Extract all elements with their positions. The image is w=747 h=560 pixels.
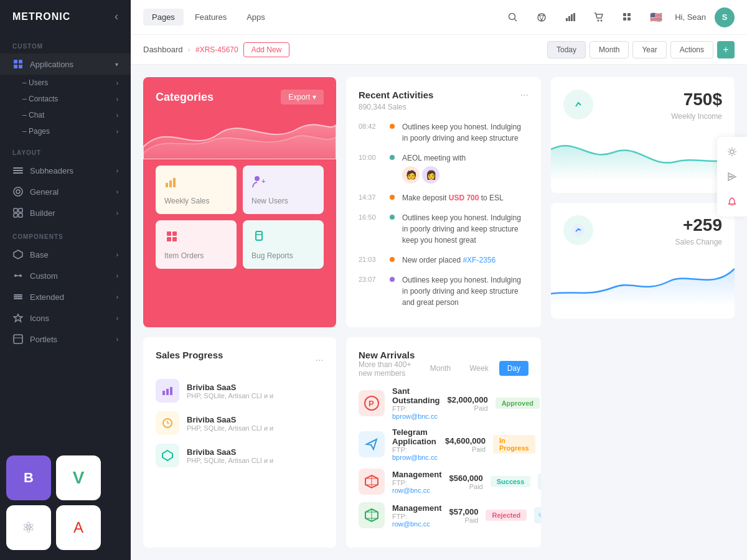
- nav-tab-features[interactable]: Features: [186, 9, 235, 26]
- subcard-new-users[interactable]: + New Users: [243, 166, 324, 214]
- svg-text:P: P: [369, 399, 374, 408]
- sidebar-item-subheaders[interactable]: Subheaders ›: [0, 160, 131, 181]
- arrivals-tab-day[interactable]: Day: [499, 361, 529, 376]
- sales-change-label: Sales Change: [675, 238, 722, 246]
- right-icon-bell[interactable]: [722, 192, 742, 212]
- cart-icon[interactable]: [589, 7, 609, 27]
- weekly-income-value: 750$: [671, 90, 722, 110]
- svg-point-7: [16, 190, 20, 194]
- bootstrap-icon[interactable]: B: [6, 455, 51, 500]
- svg-rect-33: [568, 16, 570, 21]
- period-month-button[interactable]: Month: [590, 41, 629, 58]
- sidebar-sub-applications: – Users › – Contacts › – Chat › – Pages …: [0, 75, 131, 139]
- sales-progress-menu[interactable]: ···: [316, 355, 324, 366]
- nav-tab-apps[interactable]: Apps: [238, 9, 274, 26]
- angular-icon[interactable]: A: [56, 505, 101, 550]
- arrival-info-3: Management FTP: row@bnc.cc: [392, 503, 441, 528]
- activities-subtitle: 890,344 Sales: [359, 103, 433, 111]
- user-avatar[interactable]: S: [715, 7, 735, 27]
- arrivals-title-block: New Arrivals More than 400+ new members: [359, 350, 422, 386]
- eye-btn-3[interactable]: 👁: [534, 507, 541, 523]
- svg-rect-44: [173, 178, 176, 187]
- weekly-income-chart: [551, 131, 735, 180]
- sidebar-item-portlets[interactable]: Portlets ›: [0, 329, 131, 350]
- add-button[interactable]: +: [717, 41, 735, 58]
- export-button[interactable]: Export ▾: [281, 90, 324, 105]
- sidebar-toggle[interactable]: ‹: [115, 10, 118, 23]
- arrival-name-3: Management: [392, 503, 441, 513]
- activities-card: Recent Activities 890,344 Sales ··· 08:4…: [346, 77, 541, 327]
- sidebar-item-users[interactable]: – Users ›: [22, 75, 131, 91]
- sales-item-sub-1: PHP, SQLite, Artisan CLI и и: [187, 424, 273, 432]
- activity-dot-2: [390, 195, 395, 200]
- period-today-button[interactable]: Today: [547, 41, 586, 58]
- actions-button[interactable]: Actions: [670, 41, 713, 58]
- vue-icon[interactable]: V: [56, 455, 101, 500]
- avatar-2: 👩: [422, 166, 439, 184]
- subcard-item-orders[interactable]: Item Orders: [156, 220, 237, 269]
- sales-item-name-1: Briviba SaaS: [187, 415, 273, 424]
- period-year-button[interactable]: Year: [632, 41, 666, 58]
- users-label: – Users: [22, 78, 110, 87]
- contacts-label: – Contacts: [22, 95, 110, 103]
- activity-item-1000: 10:00 AEOL meeting with 🧑 👩: [359, 152, 529, 184]
- sidebar-item-extended[interactable]: Extended ›: [0, 286, 131, 307]
- activity-text-1: AEOL meeting with 🧑 👩: [402, 152, 466, 184]
- sidebar-item-chat[interactable]: – Chat ›: [22, 107, 131, 123]
- nav-tab-pages[interactable]: Pages: [143, 9, 184, 26]
- eye-btn-2[interactable]: 👁: [538, 474, 541, 490]
- sidebar-item-general[interactable]: General ›: [0, 181, 131, 202]
- grid-icon[interactable]: [618, 7, 637, 27]
- base-label: Base: [30, 250, 110, 259]
- subcard-bug-reports[interactable]: Bug Reports: [243, 220, 324, 269]
- wave-chart: [143, 110, 336, 159]
- sales-item-name-0: Briviba SaaS: [187, 383, 273, 392]
- pages-arrow: ›: [116, 128, 118, 135]
- sidebar-item-pages[interactable]: – Pages ›: [22, 123, 131, 139]
- arrivals-tab-month[interactable]: Month: [422, 361, 459, 376]
- svg-line-30: [542, 16, 543, 19]
- search-icon[interactable]: [503, 7, 523, 27]
- right-icon-send[interactable]: [722, 167, 742, 187]
- arrival-name-0: Sant Outstanding: [392, 386, 440, 405]
- arrival-item-2: Management FTP: row@bnc.cc $560,000 Paid…: [359, 469, 529, 495]
- svg-rect-17: [14, 294, 22, 296]
- svg-point-36: [598, 19, 599, 21]
- chart-icon[interactable]: [560, 7, 580, 27]
- activity-time-2: 14:37: [359, 194, 382, 201]
- arrival-sub-1: FTP: bprow@bnc.cc: [392, 446, 438, 461]
- activity-item-2307: 23:07 Outlines keep you honest. Indulgin…: [359, 274, 529, 308]
- sidebar-item-icons[interactable]: Icons ›: [0, 307, 131, 329]
- sales-item-2: Briviba SaaS PHP, SQLite, Artisan CLI и …: [156, 444, 324, 467]
- activities-menu[interactable]: ···: [520, 90, 529, 101]
- subcard-weekly-sales[interactable]: Weekly Sales: [156, 166, 237, 214]
- react-icon[interactable]: ⚛: [6, 505, 51, 550]
- sidebar-item-custom[interactable]: Custom ›: [0, 265, 131, 286]
- sidebar-item-contacts[interactable]: – Contacts ›: [22, 91, 131, 107]
- arrival-sub-0: FTP: bprow@bnc.cc: [392, 405, 440, 420]
- arrival-value-2: $560,000: [449, 474, 482, 483]
- flag-icon[interactable]: 🇺🇸: [646, 7, 666, 27]
- sidebar-item-builder[interactable]: Builder ›: [0, 202, 131, 223]
- svg-marker-60: [162, 450, 172, 460]
- item-orders-label: Item Orders: [164, 251, 228, 260]
- arrival-amount-2: $560,000 Paid: [449, 474, 482, 490]
- svg-rect-10: [19, 208, 22, 212]
- arrivals-header: New Arrivals More than 400+ new members …: [359, 350, 529, 386]
- activities-title-block: Recent Activities 890,344 Sales: [359, 90, 433, 121]
- add-new-button[interactable]: Add New: [243, 42, 290, 57]
- custom-icon: [12, 270, 24, 281]
- sales-item-sub-0: PHP, SQLite, Artisan CLI и и: [187, 392, 273, 399]
- activity-list: 08:42 Outlines keep you honest. Indulgin…: [359, 121, 529, 308]
- sidebar-item-applications[interactable]: Applications ▾: [0, 54, 131, 75]
- right-icon-settings[interactable]: [722, 142, 742, 162]
- arrival-value-3: $57,000: [449, 507, 478, 516]
- applications-label: Applications: [30, 60, 109, 69]
- sidebar-item-base[interactable]: Base ›: [0, 244, 131, 265]
- arrivals-tab-week[interactable]: Week: [461, 361, 496, 376]
- network-icon[interactable]: [532, 7, 552, 27]
- breadcrumb: Dashboard › #XRS-45670 Add New: [143, 42, 289, 57]
- svg-rect-57: [166, 389, 169, 395]
- breadcrumb-home: Dashboard: [143, 45, 183, 54]
- arrival-item-0: P Sant Outstanding FTP: bprow@bnc.cc $2,…: [359, 386, 529, 420]
